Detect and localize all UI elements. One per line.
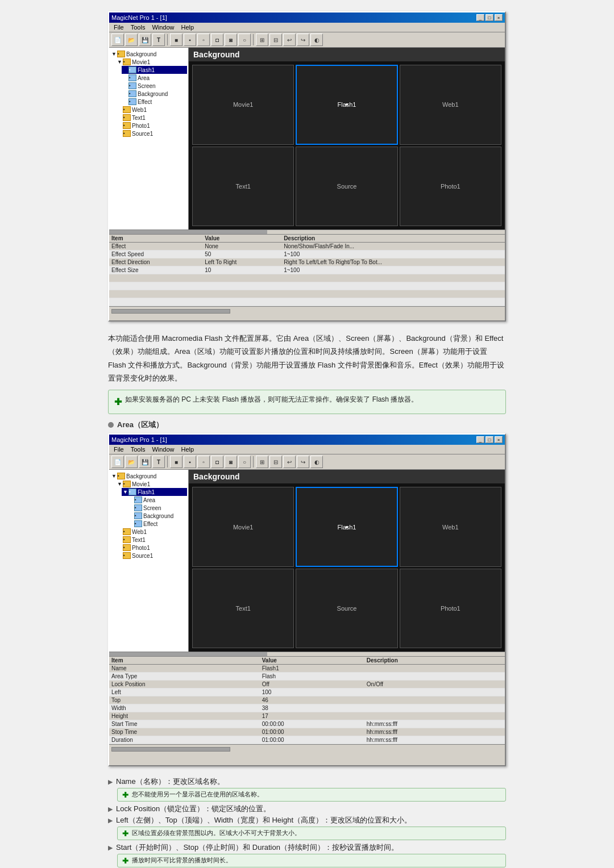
props2-row-height[interactable]: Height 17 — [109, 712, 505, 720]
props2-row-left[interactable]: Left 100 — [109, 688, 505, 696]
tree-item[interactable]: ▼▪Movie1 — [116, 58, 187, 66]
menu-tools-2[interactable]: Tools — [127, 445, 149, 453]
props2-row-duration[interactable]: Duration 01:00:00 hh:mm:ss:fff — [109, 736, 505, 744]
tb2-b4[interactable]: ◘ — [211, 456, 223, 468]
tree2-item-source1[interactable]: ▪Source1 — [116, 552, 187, 560]
maximize-btn-1[interactable]: □ — [486, 14, 493, 21]
props2-row-lockpos[interactable]: Lock Position Off On/Off — [109, 681, 505, 688]
cell2-flash1[interactable]: Flash1 — [296, 487, 397, 567]
tb-b3[interactable]: ▫ — [197, 34, 210, 46]
tree2-item-effect[interactable]: ▪Effect — [127, 520, 187, 528]
cell2-text1[interactable]: Text1 — [192, 569, 294, 649]
tb2-b8[interactable]: ⊟ — [269, 456, 282, 468]
props2-value[interactable]: 46 — [260, 696, 364, 704]
tb2-b7[interactable]: ⊞ — [256, 456, 268, 468]
props2-row-starttime[interactable]: Start Time 00:00:00 hh:mm:ss:fff — [109, 720, 505, 728]
tb-b5[interactable]: ◙ — [225, 34, 237, 46]
props2-value[interactable]: Flash1 — [260, 665, 364, 673]
props-value[interactable]: 50 — [202, 251, 281, 258]
props2-value[interactable]: 00:00:00 — [260, 720, 364, 728]
menu-tools-1[interactable]: Tools — [127, 23, 149, 31]
tb-open[interactable]: 📂 — [125, 34, 138, 46]
tree2-item-screen[interactable]: ▪Screen — [127, 504, 187, 512]
cell-source[interactable]: Source — [296, 147, 397, 227]
tree2-item-photo1[interactable]: ▪Photo1 — [116, 544, 187, 552]
cell2-movie1[interactable]: Movie1 — [192, 487, 294, 567]
props2-value[interactable]: Flash — [260, 673, 364, 681]
tree-item[interactable]: ▪Flash1 — [122, 66, 187, 74]
tb2-b3[interactable]: ▫ — [197, 456, 210, 468]
tb-b11[interactable]: ◐ — [310, 34, 323, 46]
tree-item[interactable]: ▪Background — [122, 90, 187, 98]
close-btn-2[interactable]: × — [495, 436, 503, 443]
tb-bold[interactable]: T — [152, 34, 165, 46]
tb2-b10[interactable]: ↪ — [297, 456, 309, 468]
cell2-photo1[interactable]: Photo1 — [400, 569, 501, 649]
tree-item[interactable]: ▪Source1 — [116, 130, 187, 137]
tree-item[interactable]: ▼▪Background — [110, 50, 187, 58]
props-value[interactable]: 10 — [202, 266, 281, 274]
tb2-new[interactable]: 📄 — [111, 456, 124, 468]
tree2-item-bg[interactable]: ▪Background — [127, 512, 187, 520]
menu-window-2[interactable]: Window — [148, 445, 177, 453]
props-row[interactable]: Effect None None/Show/Flash/Fade In... — [109, 243, 505, 251]
tree2-item-text1[interactable]: ▪Text1 — [116, 536, 187, 544]
cell-text1[interactable]: Text1 — [192, 147, 294, 227]
tb2-open[interactable]: 📂 — [125, 456, 138, 468]
cell-photo1[interactable]: Photo1 — [400, 147, 501, 227]
props-row[interactable]: Effect Direction Left To Right Right To … — [109, 258, 505, 266]
tree2-item-area[interactable]: ▪Area — [127, 496, 187, 504]
props-value[interactable]: None — [202, 243, 281, 251]
menu-help-2[interactable]: Help — [178, 445, 198, 453]
props-row[interactable]: Effect Size 10 1~100 — [109, 266, 505, 274]
tree2-item-web1[interactable]: ▪Web1 — [116, 528, 187, 536]
props2-row-type[interactable]: Area Type Flash — [109, 673, 505, 681]
tree2-item-flash1[interactable]: ▼▪Flash1 — [122, 488, 187, 496]
tb-new[interactable]: 📄 — [111, 34, 124, 46]
tb2-b11[interactable]: ◐ — [310, 456, 323, 468]
tb-save[interactable]: 💾 — [139, 34, 151, 46]
cell-web1[interactable]: Web1 — [400, 65, 501, 145]
cell-flash1[interactable]: Flash1 — [296, 65, 397, 145]
props2-row-name[interactable]: Name Flash1 — [109, 665, 505, 673]
tree-item[interactable]: ▪Text1 — [116, 114, 187, 122]
props2-value[interactable]: 01:00:00 — [260, 736, 364, 744]
menu-help-1[interactable]: Help — [178, 23, 198, 31]
tree-item[interactable]: ▪Photo1 — [116, 122, 187, 130]
props2-row-stoptime[interactable]: Stop Time 01:00:00 hh:mm:ss:fff — [109, 728, 505, 736]
props2-row-top[interactable]: Top 46 — [109, 696, 505, 704]
props2-value[interactable]: 01:00:00 — [260, 728, 364, 736]
tb2-bold[interactable]: T — [152, 456, 165, 468]
tree-item[interactable]: ▪Web1 — [116, 106, 187, 114]
props2-value[interactable]: 38 — [260, 704, 364, 712]
minimize-btn-2[interactable]: _ — [476, 436, 484, 443]
maximize-btn-2[interactable]: □ — [486, 436, 493, 443]
tb-b1[interactable]: ■ — [170, 34, 182, 46]
props2-value[interactable]: Off — [260, 681, 364, 688]
tree-item[interactable]: ▪Effect — [122, 98, 187, 106]
tb-b10[interactable]: ↪ — [297, 34, 309, 46]
tb2-b2[interactable]: ▪ — [184, 456, 196, 468]
tree-item[interactable]: ▪Area — [122, 74, 187, 82]
tree-item[interactable]: ▪Screen — [122, 82, 187, 90]
tb-b8[interactable]: ⊟ — [269, 34, 282, 46]
tb-b2[interactable]: ▪ — [184, 34, 196, 46]
tb-b4[interactable]: ◘ — [211, 34, 223, 46]
tb2-b9[interactable]: ↩ — [283, 456, 296, 468]
menu-file-2[interactable]: File — [110, 445, 127, 453]
tree2-item[interactable]: ▼▪Background — [110, 472, 187, 480]
close-btn-1[interactable]: × — [495, 14, 503, 21]
tb2-save[interactable]: 💾 — [139, 456, 151, 468]
cell-movie1[interactable]: Movie1 — [192, 65, 294, 145]
tb2-b1[interactable]: ■ — [170, 456, 182, 468]
props2-value[interactable]: 100 — [260, 688, 364, 696]
props-value[interactable]: Left To Right — [202, 258, 281, 266]
menu-file-1[interactable]: File — [110, 23, 127, 31]
cell2-web1[interactable]: Web1 — [400, 487, 501, 567]
tb2-b5[interactable]: ◙ — [225, 456, 237, 468]
props-row[interactable]: Effect Speed 50 1~100 — [109, 251, 505, 258]
props2-row-width[interactable]: Width 38 — [109, 704, 505, 712]
tree2-item[interactable]: ▼▪Movie1 — [116, 480, 187, 488]
tb-b9[interactable]: ↩ — [283, 34, 296, 46]
tb-b6[interactable]: ○ — [238, 34, 251, 46]
